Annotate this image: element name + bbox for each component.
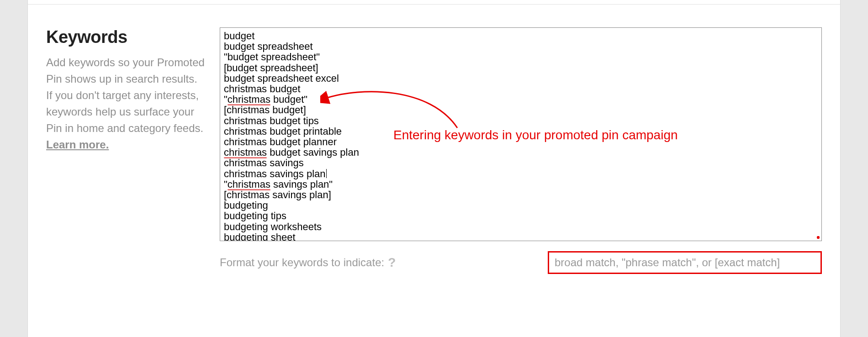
resize-handle-icon[interactable] bbox=[816, 235, 820, 240]
keyword-line: "budget spreadsheet" bbox=[224, 52, 818, 62]
format-hint-row: Format your keywords to indicate: ? broa… bbox=[220, 251, 822, 274]
keyword-line: budgeting worksheets bbox=[224, 221, 818, 232]
help-icon[interactable]: ? bbox=[388, 256, 396, 269]
keyword-line: "christmas budget" bbox=[224, 94, 818, 105]
keyword-line: christmas budget printable bbox=[224, 126, 818, 137]
keyword-line: [christmas budget] bbox=[224, 105, 818, 115]
keywords-textarea[interactable]: budgetbudget spreadsheet"budget spreadsh… bbox=[220, 27, 822, 241]
learn-more-link[interactable]: Learn more. bbox=[46, 138, 109, 151]
keywords-sidebar: Keywords Add keywords so your Promoted P… bbox=[46, 27, 220, 274]
spellcheck-underline: christmas bbox=[228, 179, 270, 190]
keyword-line: budget spreadsheet excel bbox=[224, 73, 818, 84]
keyword-line: [christmas savings plan] bbox=[224, 190, 818, 200]
section-description: Add keywords so your Promoted Pin shows … bbox=[46, 54, 206, 153]
keyword-line: christmas budget bbox=[224, 84, 818, 94]
keyword-line: budgeting tips bbox=[224, 211, 818, 221]
keyword-line: christmas budget savings plan bbox=[224, 147, 818, 158]
format-hint-text: Format your keywords to indicate: bbox=[220, 256, 384, 269]
keyword-line: christmas budget planner bbox=[224, 137, 818, 147]
keywords-main: budgetbudget spreadsheet"budget spreadsh… bbox=[220, 27, 822, 274]
text-cursor bbox=[326, 169, 327, 178]
keyword-line: budget spreadsheet bbox=[224, 41, 818, 52]
match-types-box: broad match, "phrase match", or [exact m… bbox=[548, 251, 822, 274]
top-divider bbox=[28, 0, 840, 5]
keyword-line: [budget spreadsheet] bbox=[224, 63, 818, 73]
keyword-line: budgeting sheet bbox=[224, 232, 818, 241]
section-desc-text: Add keywords so your Promoted Pin shows … bbox=[46, 56, 205, 134]
keyword-line: "christmas savings plan" bbox=[224, 179, 818, 190]
keyword-line: budgeting bbox=[224, 200, 818, 211]
spellcheck-underline: christmas bbox=[228, 94, 270, 105]
keyword-line: christmas savings bbox=[224, 158, 818, 168]
keyword-line: christmas budget tips bbox=[224, 116, 818, 126]
spellcheck-underline: christmas bbox=[224, 147, 267, 158]
format-hint-label: Format your keywords to indicate: ? bbox=[220, 256, 396, 269]
keyword-line: christmas savings plan bbox=[224, 168, 818, 179]
section-title: Keywords bbox=[46, 27, 206, 47]
keyword-line: budget bbox=[224, 31, 818, 41]
content-area: Keywords Add keywords so your Promoted P… bbox=[28, 5, 840, 274]
